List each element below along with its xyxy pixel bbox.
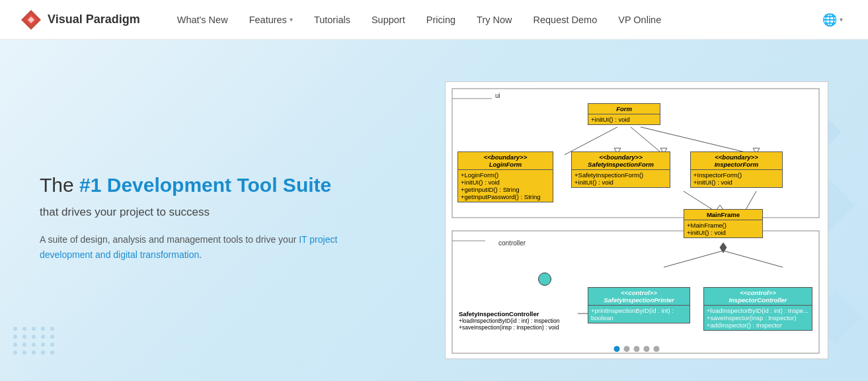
- hero-highlight: #1 Development Tool Suite: [79, 174, 331, 196]
- globe-icon: 🌐: [822, 13, 837, 27]
- nav-item-pricing[interactable]: Pricing: [416, 0, 466, 40]
- nav-item-request-demo[interactable]: Request Demo: [523, 0, 608, 40]
- svg-line-21: [723, 251, 783, 267]
- nav-right: 🌐 ▾: [817, 10, 848, 30]
- nav-item-whats-new[interactable]: What's New: [167, 0, 239, 40]
- language-dropdown-icon: ▾: [840, 16, 843, 23]
- hero-subtitle: that drives your project to success: [40, 206, 383, 219]
- uml-mainframe-box: MainFrame +MainFrame()+initUI() : void: [684, 209, 763, 238]
- logo-link[interactable]: Visual Paradigm: [20, 9, 140, 31]
- uml-safety-printer-header: <<control>>SafetyInspectionPrinter: [588, 288, 690, 306]
- uml-safety-form-header: <<boundary>>SafetyInspectionForm: [572, 152, 670, 170]
- hero-section: The #1 Development Tool Suite that drive…: [0, 40, 868, 381]
- svg-line-13: [641, 127, 756, 155]
- uml-safety-controller-node: [538, 273, 551, 286]
- hero-content: The #1 Development Tool Suite that drive…: [40, 159, 383, 262]
- hero-diagram: ui Form +initUI() : void <<boundary>>Log…: [383, 62, 828, 359]
- uml-safety-ctrl-box: SafetyInspectionController +loadInspecti…: [457, 310, 567, 331]
- uml-inspector-ctrl-header: <<control>>InspectorController: [704, 288, 812, 306]
- navbar: Visual Paradigm What's New Features▾ Tut…: [0, 0, 868, 40]
- uml-login-body: +LoginForm()+initUI() : void+getInputID(…: [458, 170, 553, 202]
- nav-item-try-now[interactable]: Try Now: [466, 0, 522, 40]
- svg-line-12: [631, 127, 664, 155]
- nav-item-support[interactable]: Support: [361, 0, 416, 40]
- nav-item-features[interactable]: Features▾: [239, 0, 303, 40]
- uml-safety-form-body: +SafetyInspectionForm()+initUI() : void: [572, 170, 670, 187]
- language-selector[interactable]: 🌐 ▾: [817, 10, 848, 30]
- nav-links: What's New Features▾ Tutorials Support P…: [167, 0, 817, 40]
- uml-inspector-form-box: <<boundary>>InspectorForm +InspectorForm…: [690, 151, 783, 188]
- uml-form-box: Form +initUI() : void: [588, 103, 660, 125]
- hero-title: The #1 Development Tool Suite: [40, 172, 383, 198]
- uml-diagram: ui Form +initUI() : void <<boundary>>Log…: [445, 81, 828, 359]
- uml-inspector-ctrl-box: <<control>>InspectorController +loadInsp…: [703, 287, 812, 331]
- carousel-dot-2[interactable]: [624, 346, 630, 352]
- svg-line-20: [664, 251, 723, 267]
- uml-form-body: +initUI() : void: [588, 114, 660, 124]
- uml-safety-printer-body: +printInspectionByID(id : int) : boolean: [588, 306, 690, 323]
- svg-marker-22: [720, 243, 727, 253]
- uml-controller-label: controller: [498, 239, 526, 247]
- uml-safety-ctrl-body: +loadInspectionByID(id : int) : Inspecti…: [457, 318, 567, 331]
- uml-safety-ctrl-header: SafetyInspectionController: [457, 310, 567, 318]
- dots-decoration: [13, 327, 56, 355]
- hero-description: A suite of design, analysis and manageme…: [40, 232, 383, 262]
- nav-item-vp-online[interactable]: VP Online: [608, 0, 672, 40]
- uml-safety-form-box: <<boundary>>SafetyInspectionForm +Safety…: [571, 151, 670, 188]
- carousel-dots: [614, 346, 660, 352]
- features-dropdown-icon: ▾: [290, 16, 293, 23]
- uml-login-box: <<boundary>>LoginForm +LoginForm()+initU…: [457, 151, 553, 202]
- uml-ui-label: ui: [495, 92, 500, 99]
- carousel-dot-4[interactable]: [644, 346, 650, 352]
- uml-inspector-ctrl-body: +loadInspectorByID(id : int) : Inspe...+…: [704, 306, 812, 330]
- uml-form-header: Form: [588, 104, 660, 114]
- uml-inspector-form-body: +InspectorForm()+initUI() : void: [691, 170, 782, 187]
- uml-mainframe-header: MainFrame: [684, 210, 762, 220]
- carousel-dot-3[interactable]: [634, 346, 640, 352]
- carousel-dot-1[interactable]: [614, 346, 620, 352]
- uml-inspector-form-header: <<boundary>>InspectorForm: [691, 152, 782, 170]
- nav-item-tutorials[interactable]: Tutorials: [303, 0, 361, 40]
- brand-name: Visual Paradigm: [48, 13, 140, 26]
- carousel-dot-5[interactable]: [654, 346, 660, 352]
- logo-icon: [20, 9, 42, 31]
- uml-login-header: <<boundary>>LoginForm: [458, 152, 553, 170]
- uml-safety-printer-box: <<control>>SafetyInspectionPrinter +prin…: [588, 287, 690, 323]
- svg-line-11: [565, 127, 617, 155]
- uml-mainframe-body: +MainFrame()+initUI() : void: [684, 220, 762, 237]
